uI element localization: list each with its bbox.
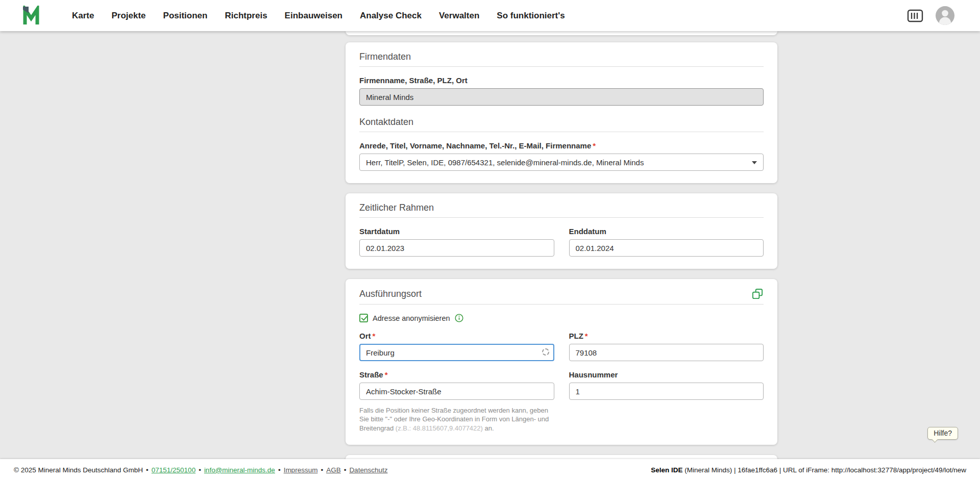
contact-field-label-text: Anrede, Titel, Vorname, Nachname, Tel.-N… — [359, 141, 591, 150]
plz-input[interactable] — [569, 344, 764, 361]
date-fields-row: Startdatum Enddatum — [359, 227, 764, 257]
kontaktdaten-title: Kontaktdaten — [359, 117, 764, 128]
hint-part2: an. — [483, 424, 494, 432]
ausfuehrungsort-header: Ausführungsort — [359, 288, 764, 300]
navbar-right-controls — [907, 6, 954, 25]
plz-label-text: PLZ — [569, 332, 583, 340]
ort-input[interactable] — [359, 344, 554, 361]
main-navigation: Karte Projekte Positionen Richtpreis Ein… — [72, 11, 565, 21]
ort-field: Ort* — [359, 332, 554, 361]
form-content-column: Firmendaten Firmenname, Straße, PLZ, Ort… — [346, 31, 777, 481]
startdatum-label: Startdatum — [359, 227, 554, 236]
hausnummer-field: Hausnummer — [569, 370, 764, 400]
brand-logo[interactable] — [22, 6, 43, 26]
nav-item-so-funktionierts[interactable]: So funktioniert's — [497, 11, 565, 21]
plz-label: PLZ* — [569, 332, 764, 340]
page: Karte Projekte Positionen Richtpreis Ein… — [0, 0, 980, 481]
divider — [359, 66, 764, 67]
footer-debug-info: Selen IDE (Mineral Minds) | 16fae1ffc6a6… — [651, 466, 966, 474]
nav-item-projekte[interactable]: Projekte — [111, 11, 145, 21]
zeitlicher-rahmen-card: Zeitlicher Rahmen Startdatum Enddatum — [346, 193, 777, 269]
firmendaten-title: Firmendaten — [359, 52, 764, 62]
street-hint-text: Falls die Position keiner Straße zugeord… — [359, 406, 554, 433]
firmendaten-card: Firmendaten Firmenname, Straße, PLZ, Ort… — [346, 42, 777, 183]
user-avatar-button[interactable] — [936, 6, 954, 25]
server-icon — [907, 9, 923, 22]
nav-item-analyse-check[interactable]: Analyse Check — [360, 11, 422, 21]
copy-icon[interactable] — [752, 288, 764, 300]
enddatum-label: Enddatum — [569, 227, 764, 236]
anonymize-label: Adresse anonymisieren — [373, 314, 450, 322]
strasse-input[interactable] — [359, 383, 554, 400]
hausnummer-input[interactable] — [569, 383, 764, 400]
nav-item-einbauweisen[interactable]: Einbauweisen — [285, 11, 342, 21]
zeitlicher-rahmen-title: Zeitlicher Rahmen — [359, 202, 764, 213]
top-navbar: Karte Projekte Positionen Richtpreis Ein… — [0, 0, 980, 31]
loading-spinner-icon — [542, 348, 549, 356]
footer-copyright: © 2025 Mineral Minds Deutschland GmbH — [14, 466, 143, 474]
info-icon[interactable] — [455, 314, 463, 322]
divider — [359, 217, 764, 218]
ort-label-text: Ort — [359, 332, 371, 340]
nav-item-richtpreis[interactable]: Richtpreis — [225, 11, 267, 21]
strasse-label: Straße* — [359, 370, 554, 379]
required-marker: * — [593, 141, 596, 150]
footer: © 2025 Mineral Minds Deutschland GmbH • … — [0, 459, 980, 481]
divider — [359, 132, 764, 132]
ausfuehrungsort-card: Ausführungsort Adresse anonymisieren — [346, 279, 777, 445]
footer-separator: • — [146, 466, 149, 474]
footer-separator: • — [278, 466, 281, 474]
strasse-label-text: Straße — [359, 370, 383, 379]
enddatum-field: Enddatum — [569, 227, 764, 257]
footer-debug-text: (Mineral Minds) | 16fae1ffc6a6 | URL of … — [682, 466, 966, 474]
footer-datenschutz-link[interactable]: Datenschutz — [349, 466, 387, 474]
startdatum-field: Startdatum — [359, 227, 554, 257]
nav-item-verwalten[interactable]: Verwalten — [439, 11, 479, 21]
footer-phone-link[interactable]: 07151/250100 — [152, 466, 195, 474]
mineral-minds-logo-icon — [22, 6, 43, 26]
ort-label: Ort* — [359, 332, 554, 340]
company-input[interactable] — [359, 88, 764, 106]
footer-impressum-link[interactable]: Impressum — [284, 466, 318, 474]
company-field-label-text: Firmenname, Straße, PLZ, Ort — [359, 76, 468, 85]
contact-select-wrap: Herr, TitelP, Selen, IDE, 0987/654321, s… — [359, 154, 764, 171]
required-marker: * — [385, 370, 388, 379]
startdatum-input[interactable] — [359, 239, 554, 257]
company-field-label: Firmenname, Straße, PLZ, Ort — [359, 76, 764, 85]
anonymize-row: Adresse anonymisieren — [359, 314, 764, 322]
contact-select[interactable]: Herr, TitelP, Selen, IDE, 0987/654321, s… — [359, 154, 764, 171]
nav-item-karte[interactable]: Karte — [72, 11, 94, 21]
required-marker: * — [373, 332, 376, 340]
divider — [359, 304, 764, 305]
address-fields-grid: Ort* PLZ* Straße* — [359, 332, 764, 433]
footer-agb-link[interactable]: AGB — [326, 466, 341, 474]
user-avatar-icon — [936, 6, 954, 25]
required-marker: * — [585, 332, 588, 340]
hint-coordinates-example: (z.B.: 48.8115607,9.4077422) — [396, 424, 483, 432]
enddatum-input[interactable] — [569, 239, 764, 257]
footer-separator: • — [199, 466, 201, 474]
anonymize-checkbox[interactable] — [359, 314, 368, 322]
ausfuehrungsort-title: Ausführungsort — [359, 289, 422, 299]
strasse-field: Straße* — [359, 370, 554, 400]
footer-left: © 2025 Mineral Minds Deutschland GmbH • … — [14, 466, 387, 474]
server-icon-button[interactable] — [907, 9, 923, 22]
footer-email-link[interactable]: info@mineral-minds.de — [204, 466, 275, 474]
nav-item-positionen[interactable]: Positionen — [163, 11, 208, 21]
footer-app-name: Selen IDE — [651, 466, 682, 474]
contact-field-label: Anrede, Titel, Vorname, Nachname, Tel.-N… — [359, 141, 764, 150]
hausnummer-label: Hausnummer — [569, 370, 764, 379]
plz-field: PLZ* — [569, 332, 764, 361]
footer-separator: • — [321, 466, 323, 474]
help-button[interactable]: Hilfe? — [927, 427, 958, 440]
footer-separator: • — [344, 466, 347, 474]
card-above-partial — [346, 31, 777, 35]
ort-input-wrap — [359, 344, 554, 361]
